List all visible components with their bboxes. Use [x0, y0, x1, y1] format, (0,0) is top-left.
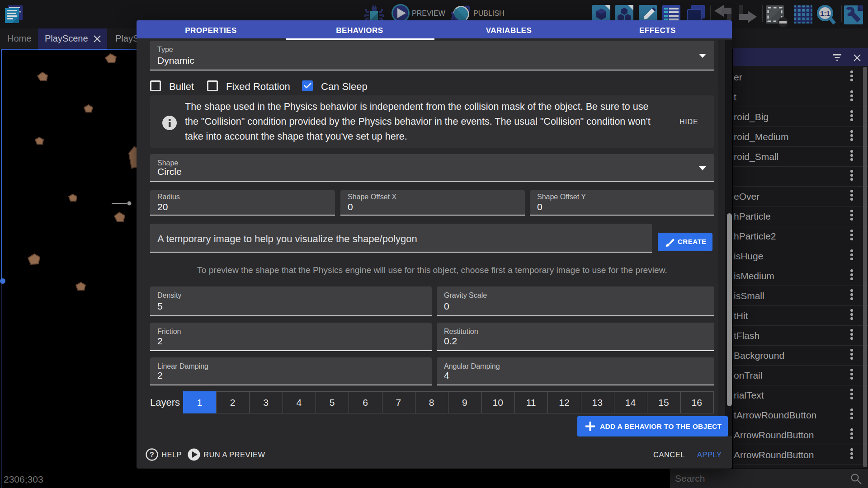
svg-text:?: ?: [150, 451, 154, 459]
svg-text:1:1: 1:1: [820, 9, 830, 17]
